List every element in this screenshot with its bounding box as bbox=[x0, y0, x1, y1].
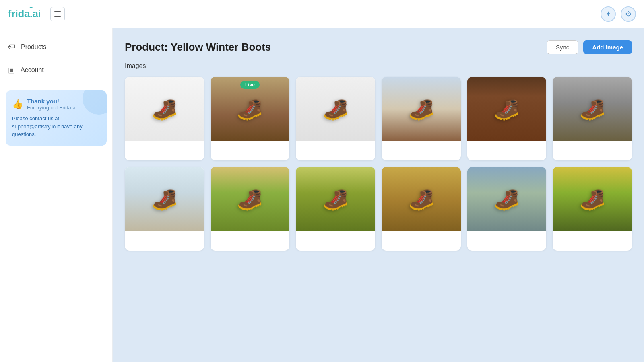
promo-body: Please contact us at support@artistry.io… bbox=[12, 115, 100, 138]
logo-text: frida.ai bbox=[8, 8, 41, 20]
card-body-5 bbox=[467, 141, 547, 160]
promo-subtitle: For trying out Frida.ai. bbox=[27, 105, 78, 111]
image-5: 🥾 bbox=[467, 77, 547, 141]
card-body-10 bbox=[382, 231, 461, 251]
image-card-10[interactable]: 🥾 bbox=[382, 167, 461, 251]
image-6: 🥾 bbox=[553, 77, 632, 141]
image-4: 🥾 bbox=[382, 77, 461, 141]
hamburger-line-1 bbox=[54, 11, 61, 12]
image-10: 🥾 bbox=[382, 167, 461, 231]
main-content: Product: Yellow Winter Boots Sync Add Im… bbox=[113, 28, 644, 362]
image-card-2[interactable]: Live 🥾 bbox=[211, 77, 290, 160]
image-grid: 🥾 Live 🥾 🥾 🥾 bbox=[125, 77, 632, 251]
logo: frida.ai bbox=[8, 8, 41, 20]
wallet-icon: ▣ bbox=[8, 66, 15, 74]
thumbs-up-icon: 👍 bbox=[12, 99, 23, 109]
sidebar: 🏷 Products ▣ Account 👍 Thank you! For tr… bbox=[0, 28, 113, 362]
image-card-7[interactable]: 🥾 bbox=[125, 167, 204, 251]
sun-icon-button[interactable]: ✦ bbox=[601, 6, 616, 22]
hamburger-line-2 bbox=[54, 14, 61, 14]
boot-icon-8: 🥾 bbox=[237, 187, 263, 212]
sync-button[interactable]: Sync bbox=[547, 40, 578, 54]
boot-icon-9: 🥾 bbox=[322, 187, 349, 212]
sidebar-item-products[interactable]: 🏷 Products bbox=[0, 36, 112, 58]
image-card-3[interactable]: 🥾 bbox=[296, 77, 375, 160]
settings-icon-button[interactable]: ⚙ bbox=[621, 6, 636, 22]
card-body-4 bbox=[382, 141, 461, 160]
image-card-8[interactable]: 🥾 bbox=[211, 167, 290, 251]
sidebar-item-label: Products bbox=[21, 43, 46, 51]
card-body-2 bbox=[211, 141, 290, 160]
image-8: 🥾 bbox=[211, 167, 290, 231]
boot-icon-5: 🥾 bbox=[493, 97, 520, 121]
card-body-11 bbox=[467, 231, 547, 251]
live-badge: Live bbox=[240, 81, 260, 89]
card-body-12 bbox=[553, 231, 632, 251]
images-label: Images: bbox=[125, 62, 632, 70]
card-body-7 bbox=[125, 231, 204, 251]
card-body-9 bbox=[296, 231, 375, 251]
image-card-1[interactable]: 🥾 bbox=[125, 77, 204, 160]
image-card-11[interactable]: 🥾 bbox=[467, 167, 547, 251]
promo-title: Thank you! bbox=[27, 98, 78, 105]
hamburger-line-3 bbox=[54, 16, 61, 17]
image-card-9[interactable]: 🥾 bbox=[296, 167, 375, 251]
sidebar-item-label: Account bbox=[21, 66, 44, 74]
header-right: ✦ ⚙ bbox=[601, 6, 636, 22]
boot-icon-4: 🥾 bbox=[408, 97, 434, 121]
image-card-4[interactable]: 🥾 bbox=[382, 77, 461, 160]
boot-icon-2: 🥾 bbox=[237, 97, 263, 121]
sun-icon: ✦ bbox=[605, 10, 611, 19]
boot-icon-7: 🥾 bbox=[151, 187, 178, 212]
tag-icon: 🏷 bbox=[8, 43, 15, 51]
boot-icon-10: 🥾 bbox=[408, 187, 434, 212]
layout: 🏷 Products ▣ Account 👍 Thank you! For tr… bbox=[0, 28, 644, 362]
boot-icon-3: 🥾 bbox=[322, 97, 349, 121]
boot-icon-6: 🥾 bbox=[579, 97, 605, 121]
boot-icon-11: 🥾 bbox=[493, 187, 520, 212]
image-card-12[interactable]: 🥾 bbox=[553, 167, 632, 251]
add-image-button[interactable]: Add Image bbox=[583, 40, 632, 54]
card-body-1 bbox=[125, 141, 204, 160]
boot-icon-1: 🥾 bbox=[151, 97, 178, 121]
image-card-5[interactable]: 🥾 bbox=[467, 77, 547, 160]
sidebar-promo: 👍 Thank you! For trying out Frida.ai. Pl… bbox=[6, 90, 107, 146]
gear-icon: ⚙ bbox=[625, 10, 632, 19]
image-3: 🥾 bbox=[296, 77, 375, 141]
card-body-8 bbox=[211, 231, 290, 251]
header-actions: Sync Add Image bbox=[547, 40, 632, 54]
header: frida.ai ✦ ⚙ bbox=[0, 0, 644, 28]
image-9: 🥾 bbox=[296, 167, 375, 231]
image-card-6[interactable]: 🥾 bbox=[553, 77, 632, 160]
image-1: 🥾 bbox=[125, 77, 204, 141]
boot-icon-12: 🥾 bbox=[579, 187, 605, 212]
sidebar-item-account[interactable]: ▣ Account bbox=[0, 59, 112, 81]
page-title: Product: Yellow Winter Boots bbox=[125, 41, 271, 53]
image-12: 🥾 bbox=[553, 167, 632, 231]
promo-top: 👍 Thank you! For trying out Frida.ai. bbox=[12, 98, 100, 111]
image-11: 🥾 bbox=[467, 167, 547, 231]
image-7: 🥾 bbox=[125, 167, 204, 231]
card-body-3 bbox=[296, 141, 375, 160]
hamburger-button[interactable] bbox=[50, 7, 65, 21]
card-body-6 bbox=[553, 141, 632, 160]
main-header: Product: Yellow Winter Boots Sync Add Im… bbox=[125, 40, 632, 54]
